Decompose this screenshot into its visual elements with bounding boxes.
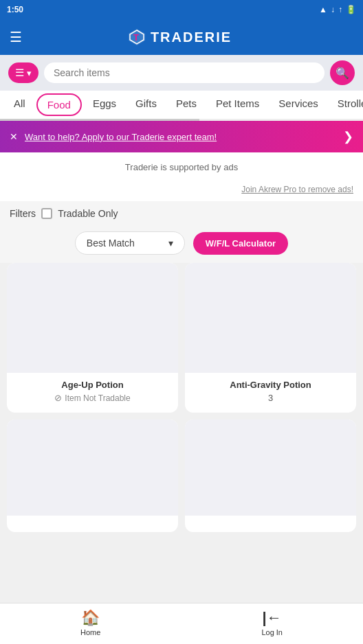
tab-eggs[interactable]: Eggs: [83, 91, 126, 119]
tab-strollers[interactable]: Strollers: [328, 91, 363, 119]
app-header: ☰ T TRADERIE: [0, 19, 363, 55]
item-status-text: Item Not Tradable: [65, 393, 130, 403]
tradable-only-checkbox[interactable]: [41, 208, 52, 219]
category-tabs: All Food Eggs Gifts Pets Pet Items Servi…: [0, 91, 363, 119]
download-icon: ↓: [331, 5, 335, 14]
status-bar-right: ▲ ↓ ↑ 🔋: [319, 5, 356, 14]
bottom-nav: 🏠 Home |← Log In: [0, 603, 363, 644]
filter-button[interactable]: ☰ ▾: [8, 62, 38, 83]
tab-all[interactable]: All: [4, 91, 35, 119]
item-card[interactable]: [7, 419, 178, 532]
search-bar: ☰ ▾ 🔍: [0, 55, 363, 91]
status-bar: 1:50 ▲ ↓ ↑ 🔋: [0, 0, 363, 19]
item-info: Age-Up Potion ⊘ Item Not Tradable: [7, 373, 178, 413]
tab-pet-items[interactable]: Pet Items: [206, 91, 269, 119]
item-value: 3: [193, 393, 348, 403]
nav-home[interactable]: 🏠 Home: [80, 609, 100, 636]
item-card[interactable]: Anti-Gravity Potion 3: [185, 263, 356, 413]
promo-banner[interactable]: ✕ Want to help? Apply to our Traderie ex…: [0, 121, 363, 152]
promo-banner-text: Want to help? Apply to our Traderie expe…: [25, 132, 336, 142]
item-image: [185, 263, 356, 373]
item-card[interactable]: Age-Up Potion ⊘ Item Not Tradable: [7, 263, 178, 413]
tab-pets[interactable]: Pets: [166, 91, 206, 119]
nav-login-label: Log In: [261, 628, 283, 636]
upload-icon: ↑: [338, 5, 342, 14]
item-status: ⊘ Item Not Tradable: [15, 393, 170, 403]
logo-text: TRADERIE: [151, 30, 232, 45]
no-trade-icon: ⊘: [54, 393, 62, 403]
status-bar-left: 1:50: [7, 5, 23, 14]
status-time: 1:50: [7, 5, 23, 14]
tab-gifts[interactable]: Gifts: [126, 91, 166, 119]
item-info: Anti-Gravity Potion 3: [185, 373, 356, 413]
item-info: [185, 516, 356, 532]
ad-notice-text: Traderie is supported by ads: [125, 162, 238, 172]
battery-icon: 🔋: [346, 5, 356, 14]
logo-icon: T: [127, 27, 146, 47]
sort-select[interactable]: Best Match ▾: [75, 231, 185, 255]
filters-label: Filters: [10, 208, 36, 219]
home-icon: 🏠: [81, 609, 100, 627]
promo-close-button[interactable]: ✕: [10, 131, 18, 142]
menu-button[interactable]: ☰: [10, 29, 22, 45]
svg-text:T: T: [133, 32, 140, 43]
tab-services[interactable]: Services: [269, 91, 328, 119]
tab-food[interactable]: Food: [36, 93, 82, 116]
items-grid: Age-Up Potion ⊘ Item Not Tradable Anti-G…: [0, 263, 363, 539]
search-input-wrap: [44, 62, 324, 83]
item-card[interactable]: [185, 419, 356, 532]
search-input[interactable]: [54, 67, 315, 78]
wfl-calculator-button[interactable]: W/F/L Calculator: [193, 232, 288, 255]
item-image: [185, 419, 356, 516]
item-name: Age-Up Potion: [15, 380, 170, 390]
item-name: Anti-Gravity Potion: [193, 380, 348, 390]
sort-chevron-icon: ▾: [168, 238, 173, 249]
ad-notice: Traderie is supported by ads: [0, 152, 363, 182]
filter-icon: ☰: [15, 67, 24, 79]
tradable-only-label: Tradable Only: [58, 208, 118, 219]
wifi-icon: ▲: [319, 5, 327, 14]
item-image: [7, 263, 178, 373]
app-logo: T TRADERIE: [127, 27, 232, 47]
item-info: [7, 516, 178, 532]
filters-row: Filters Tradable Only: [0, 201, 363, 226]
chevron-down-icon: ▾: [27, 68, 32, 78]
login-icon: |←: [263, 609, 282, 627]
search-submit-button[interactable]: 🔍: [330, 60, 355, 85]
nav-login[interactable]: |← Log In: [261, 609, 283, 636]
nav-home-label: Home: [80, 628, 100, 636]
search-icon: 🔍: [336, 67, 349, 80]
join-pro-link[interactable]: Join Akrew Pro to remove ads!: [0, 182, 363, 201]
sort-label: Best Match: [87, 238, 135, 249]
filters-left: Filters Tradable Only: [10, 208, 118, 219]
item-image: [7, 419, 178, 516]
promo-arrow-icon: ❯: [343, 129, 353, 144]
sort-row: Best Match ▾ W/F/L Calculator: [0, 226, 363, 263]
